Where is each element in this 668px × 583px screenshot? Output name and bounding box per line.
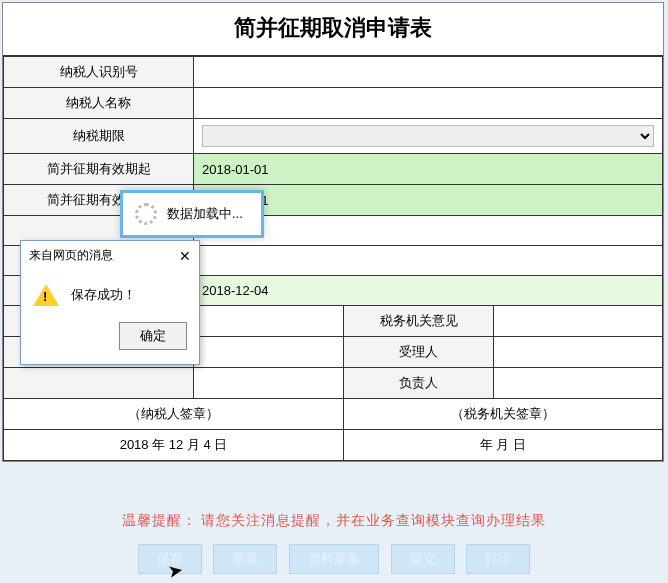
date-left: 2018 年 12 月 4 日 — [4, 430, 344, 461]
print-button[interactable]: 打印 — [466, 544, 530, 574]
taxpayer-id-value — [194, 57, 663, 88]
spinner-icon — [135, 203, 157, 225]
tax-opinion-label: 税务机关意见 — [344, 306, 494, 337]
tax-period-cell — [194, 119, 663, 154]
dialog-title: 来自网页的消息 — [29, 247, 113, 264]
warning-icon — [33, 284, 59, 306]
loading-text: 数据加载中... — [167, 205, 243, 223]
apply-date-value: 2018-12-04 — [194, 276, 663, 306]
loading-modal: 数据加载中... — [120, 190, 264, 238]
valid-from-value: 2018-01-01 — [194, 154, 663, 185]
footer-tip: 温馨提醒： 请您关注消息提醒，并在业务查询模块查询办理结果 — [0, 512, 668, 530]
page-title: 简并征期取消申请表 — [3, 3, 663, 56]
submit-button[interactable]: 提交 — [391, 544, 455, 574]
tax-period-select[interactable] — [202, 125, 654, 147]
accept-person-label: 受理人 — [344, 337, 494, 368]
taxpayer-id-label: 纳税人识别号 — [4, 57, 194, 88]
valid-from-label: 简并征期有效期起 — [4, 154, 194, 185]
close-icon[interactable]: ✕ — [179, 249, 191, 263]
reset-button[interactable]: 重置 — [213, 544, 277, 574]
ok-button[interactable]: 确定 — [119, 322, 187, 350]
tip-body: 请您关注消息提醒，并在业务查询模块查询办理结果 — [201, 512, 546, 528]
taxpayer-name-value — [194, 88, 663, 119]
tax-sign: （税务机关签章） — [344, 399, 663, 430]
tax-period-label: 纳税期限 — [4, 119, 194, 154]
collect-button[interactable]: 资料采集 — [289, 544, 379, 574]
button-bar: 保存 重置 资料采集 提交 打印 — [0, 544, 668, 574]
tip-prefix: 温馨提醒： — [122, 512, 197, 528]
dialog-body: 保存成功！ — [71, 286, 136, 304]
taxpayer-sign: （纳税人签章） — [4, 399, 344, 430]
form-panel: 简并征期取消申请表 纳税人识别号 纳税人名称 纳税期限 简并征期有效期起 201… — [2, 2, 664, 462]
charge-person-label: 负责人 — [344, 368, 494, 399]
date-right: 年 月 日 — [344, 430, 663, 461]
save-button[interactable]: 保存 — [138, 544, 202, 574]
valid-to-value: 2018-03-31 — [194, 185, 663, 216]
message-dialog: 来自网页的消息 ✕ 保存成功！ 确定 — [20, 240, 200, 365]
taxpayer-name-label: 纳税人名称 — [4, 88, 194, 119]
